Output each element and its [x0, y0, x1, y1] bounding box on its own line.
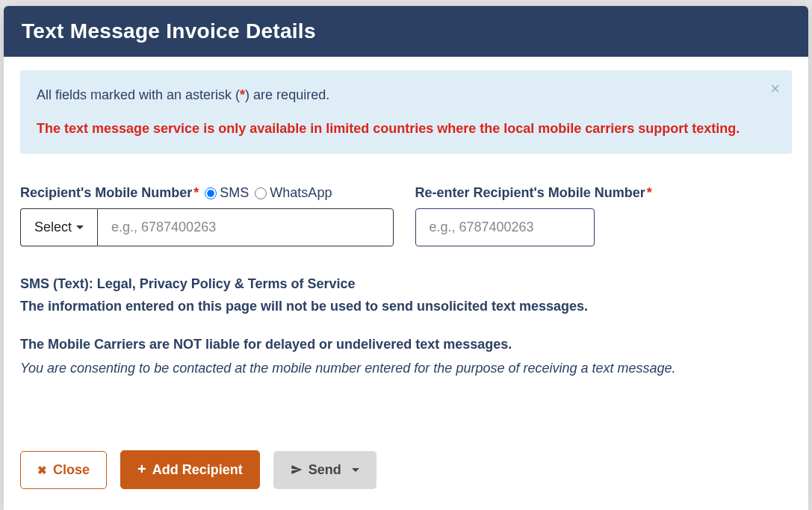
radio-whatsapp[interactable]: WhatsApp: [255, 185, 332, 201]
modal-title: Text Message Invoice Details: [22, 19, 790, 43]
mobile-input[interactable]: [97, 208, 394, 246]
legal-line2: The Mobile Carriers are NOT liable for d…: [20, 334, 792, 356]
radio-sms[interactable]: SMS: [205, 185, 249, 201]
required-asterisk: *: [647, 185, 652, 201]
alert-required-text: All fields marked with an asterisk (*) a…: [37, 85, 775, 105]
radio-sms-input[interactable]: [205, 187, 217, 199]
legal-line1: The information entered on this page wil…: [20, 296, 792, 318]
close-button[interactable]: Close: [20, 451, 107, 489]
send-button-label: Send: [309, 462, 341, 478]
chevron-down-icon: [352, 468, 359, 472]
mobile-input-group: Select: [20, 208, 394, 246]
mobile-label: Recipient's Mobile Number: [20, 185, 192, 201]
radio-sms-label: SMS: [220, 185, 249, 201]
radio-whatsapp-label: WhatsApp: [270, 185, 332, 201]
alert-warning-text: The text message service is only availab…: [37, 119, 775, 139]
info-alert: × All fields marked with an asterisk (*)…: [20, 70, 792, 154]
legal-block2: The Mobile Carriers are NOT liable for d…: [20, 334, 792, 379]
modal-dialog: Text Message Invoice Details × All field…: [4, 6, 808, 510]
channel-radio-group: SMS WhatsApp: [205, 185, 332, 201]
alert-text-pre: All fields marked with an asterisk (: [37, 87, 240, 102]
close-icon: [37, 462, 47, 478]
country-select-label: Select: [34, 220, 72, 235]
radio-whatsapp-input[interactable]: [255, 187, 267, 199]
country-select-button[interactable]: Select: [20, 208, 97, 246]
add-recipient-button[interactable]: Add Recipient: [120, 450, 260, 489]
form-row: Recipient's Mobile Number* SMS WhatsApp: [20, 185, 792, 246]
mobile-label-row: Recipient's Mobile Number* SMS WhatsApp: [20, 185, 397, 201]
alert-text-post: ) are required.: [245, 87, 329, 102]
alert-close-button[interactable]: ×: [770, 81, 780, 97]
chevron-down-icon: [76, 226, 84, 229]
modal-header: Text Message Invoice Details: [4, 6, 808, 57]
legal-line3: You are consenting to be contacted at th…: [20, 358, 792, 380]
modal-footer: Close Add Recipient Send: [4, 435, 808, 510]
close-button-label: Close: [53, 462, 90, 478]
mobile-number-group: Recipient's Mobile Number* SMS WhatsApp: [20, 185, 397, 246]
required-asterisk: *: [193, 185, 199, 201]
add-button-label: Add Recipient: [152, 462, 243, 478]
send-button[interactable]: Send: [273, 451, 376, 489]
plus-icon: [137, 461, 146, 478]
legal-title: SMS (Text): Legal, Privacy Policy & Term…: [20, 273, 792, 296]
reenter-label-row: Re-enter Recipient's Mobile Number*: [415, 185, 793, 201]
reenter-mobile-input[interactable]: [415, 208, 595, 246]
reenter-mobile-group: Re-enter Recipient's Mobile Number*: [415, 185, 793, 246]
send-icon: [291, 464, 303, 476]
modal-body: × All fields marked with an asterisk (*)…: [4, 57, 808, 435]
reenter-label: Re-enter Recipient's Mobile Number: [415, 185, 645, 201]
legal-text: SMS (Text): Legal, Privacy Policy & Term…: [20, 273, 792, 380]
